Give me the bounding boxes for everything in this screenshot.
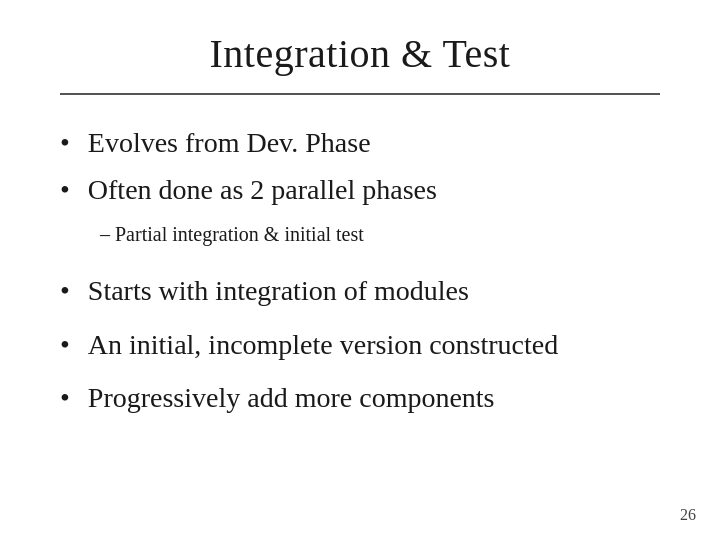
- content-section: • Evolves from Dev. Phase • Often done a…: [60, 123, 660, 510]
- bullet-text-3: Starts with integration of modules: [88, 271, 469, 310]
- bullet-item-4: • An initial, incomplete version constru…: [60, 325, 660, 364]
- bullet-dot-1: •: [60, 123, 70, 162]
- page-number: 26: [680, 506, 696, 524]
- title-section: Integration & Test: [60, 30, 660, 95]
- bullet-item-1: • Evolves from Dev. Phase: [60, 123, 660, 162]
- bullet-dot-4: •: [60, 325, 70, 364]
- bullet-dot-2: •: [60, 170, 70, 209]
- sub-bullet-item: – Partial integration & initial test: [100, 219, 660, 249]
- bullet-text-5: Progressively add more components: [88, 378, 495, 417]
- bullets-lower: • Starts with integration of modules • A…: [60, 271, 660, 425]
- bullet-item-2: • Often done as 2 parallel phases: [60, 170, 660, 209]
- bullet-item-5: • Progressively add more components: [60, 378, 660, 417]
- slide: Integration & Test • Evolves from Dev. P…: [0, 0, 720, 540]
- bullet-item-3: • Starts with integration of modules: [60, 271, 660, 310]
- sub-bullet-text: – Partial integration & initial test: [100, 219, 364, 249]
- bullet-dot-5: •: [60, 378, 70, 417]
- bullet-dot-3: •: [60, 271, 70, 310]
- bullet-text-2: Often done as 2 parallel phases: [88, 170, 437, 209]
- bullet-text-4: An initial, incomplete version construct…: [88, 325, 558, 364]
- bullet-text-1: Evolves from Dev. Phase: [88, 123, 371, 162]
- slide-title: Integration & Test: [60, 30, 660, 77]
